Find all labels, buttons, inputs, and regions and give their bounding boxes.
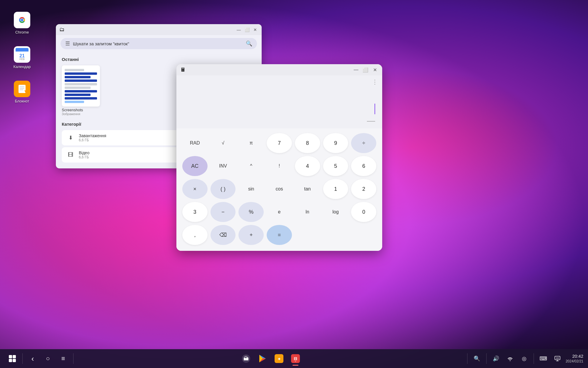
calc-btn-4[interactable]: 4	[295, 156, 320, 176]
taskbar-left: ‹ ○ ≡	[5, 351, 76, 366]
calc-btn-backspace[interactable]: ⌫	[211, 225, 236, 245]
calc-btn-ln[interactable]: ln	[295, 202, 320, 222]
calculator-titlebar: 🖩 — ⬜ ✕	[176, 64, 382, 75]
screenshots-thumbnail	[62, 65, 100, 107]
calc-btn-sqrt[interactable]: √	[211, 133, 236, 153]
taskbar-clock: 20:42 2024/02/21	[566, 353, 583, 364]
bar-1	[65, 69, 84, 71]
calc-btn-multiply[interactable]: ×	[182, 179, 208, 199]
wifi-icon	[507, 355, 513, 362]
calculator-result: —	[367, 116, 375, 125]
taskbar-right: 🔍 🔊 ◎ ⌨ 286 20:42 2024/02/21	[466, 353, 583, 364]
calc-btn-e[interactable]: e	[267, 202, 292, 222]
svg-text:✦: ✦	[277, 357, 281, 362]
notepad-app-icon	[14, 81, 30, 97]
bar-3	[65, 76, 91, 78]
calc-btn-rad[interactable]: RAD	[182, 133, 208, 153]
calc-btn-parens[interactable]: ( )	[211, 179, 236, 199]
taskbar-search-icon[interactable]: 🔍	[471, 353, 483, 364]
calc-btn-power[interactable]: ^	[238, 156, 264, 176]
screenshots-sublabel: Зображення	[62, 112, 100, 116]
calc-btn-5[interactable]: 5	[323, 156, 348, 176]
back-button[interactable]: ‹	[25, 351, 40, 366]
calc-btn-sin[interactable]: sin	[238, 179, 264, 199]
clock-date: 2024/02/21	[566, 359, 583, 364]
video-icon: 🎞	[66, 150, 75, 160]
calc-btn-7[interactable]: 7	[267, 133, 292, 153]
taskbar-app-calculator[interactable]: ⊟ ÷	[288, 351, 303, 366]
taskbar-divider-1	[22, 353, 23, 364]
svg-rect-13	[20, 89, 23, 90]
bar-5	[65, 83, 97, 85]
calc-btn-equals[interactable]: =	[267, 225, 292, 245]
close-button[interactable]: ✕	[252, 27, 258, 33]
thumbnail-content	[62, 65, 100, 107]
calc-btn-1[interactable]: 1	[323, 179, 348, 199]
chrome-icon-label: Chrome	[15, 30, 29, 34]
taskbar-app-photos[interactable]: 🏔	[238, 351, 254, 366]
minimize-button[interactable]: —	[236, 27, 242, 33]
search-input[interactable]: Шукати за запитом "квиток"	[73, 41, 243, 46]
calc-btn-8[interactable]: 8	[295, 133, 320, 153]
taskbar-app-canary[interactable]: ✦	[271, 351, 287, 366]
calc-btn-ac[interactable]: AC	[182, 156, 208, 176]
taskbar-app-playstore[interactable]	[255, 351, 270, 366]
taskbar-separator	[467, 353, 467, 364]
desktop-icon-calendar[interactable]: 21 FEB Календар	[9, 46, 35, 69]
taskbar-keyboard-icon[interactable]: ⌨	[537, 353, 549, 364]
recent-item-screenshots[interactable]: Screenshots Зображення	[62, 65, 100, 116]
svg-text:FEB: FEB	[19, 58, 25, 61]
calendar-icon-label: Календар	[14, 64, 31, 69]
calc-btn-2[interactable]: 2	[351, 179, 376, 199]
file-manager-icon: 🗂	[59, 26, 65, 33]
calculator-window: 🖩 — ⬜ ✕ ⋮ — RAD √ π 7 8 9 ÷ AC INV ^ ! 4…	[176, 64, 382, 251]
hamburger-icon[interactable]: ☰	[65, 40, 70, 47]
svg-rect-6	[16, 50, 29, 52]
desktop-icon-notepad[interactable]: Блокнот	[9, 81, 35, 103]
taskbar-location-icon[interactable]: ◎	[518, 353, 530, 364]
calc-btn-9[interactable]: 9	[323, 133, 348, 153]
calc-btn-tan[interactable]: tan	[295, 179, 320, 199]
menu-taskbar-button[interactable]: ≡	[56, 351, 71, 366]
calc-btn-plus[interactable]: +	[238, 225, 264, 245]
calc-btn-divide[interactable]: ÷	[351, 133, 376, 153]
calc-btn-comma[interactable]: ，	[182, 225, 208, 245]
maximize-button[interactable]: ⬜	[244, 27, 250, 33]
calc-maximize-button[interactable]: ⬜	[362, 67, 369, 73]
calc-btn-percent[interactable]: %	[238, 202, 264, 222]
calc-btn-3[interactable]: 3	[182, 202, 208, 222]
start-grid-icon	[9, 355, 16, 362]
calc-btn-inv[interactable]: INV	[211, 156, 236, 176]
taskbar-volume-icon[interactable]: 🔊	[490, 353, 502, 364]
calc-title-left: 🖩	[181, 67, 186, 73]
taskbar: ‹ ○ ≡ 🏔 ✦	[0, 349, 588, 368]
calculator-more-icon[interactable]: ⋮	[372, 78, 378, 85]
search-icon[interactable]: 🔍	[246, 40, 252, 47]
desktop-icon-chrome[interactable]: Chrome	[9, 12, 35, 34]
svg-text:286: 286	[556, 357, 559, 359]
calc-btn-log[interactable]: log	[323, 202, 348, 222]
search-taskbar-button[interactable]: ○	[40, 351, 56, 366]
start-button[interactable]	[5, 351, 20, 366]
taskbar-wifi-icon[interactable]	[504, 353, 516, 364]
taskbar-display-icon[interactable]: 286	[552, 353, 563, 364]
file-manager-titlebar: 🗂 — ⬜ ✕	[56, 24, 262, 35]
svg-rect-12	[20, 88, 24, 89]
taskbar-apps: 🏔 ✦ ⊟ ÷	[76, 351, 466, 366]
notepad-icon-label: Блокнот	[15, 99, 29, 103]
calc-btn-cos[interactable]: cos	[267, 179, 292, 199]
calc-btn-pi[interactable]: π	[238, 133, 264, 153]
desktop-icon-area: Chrome 21 FEB Календар	[9, 12, 35, 103]
svg-rect-11	[20, 87, 24, 87]
calc-minimize-button[interactable]: —	[353, 67, 359, 73]
calc-btn-6[interactable]: 6	[351, 156, 376, 176]
downloads-icon: ⬇	[66, 133, 75, 142]
calc-btn-minus[interactable]: −	[211, 202, 236, 222]
svg-point-3	[21, 19, 24, 21]
file-manager-search-bar[interactable]: ☰ Шукати за запитом "квиток" 🔍	[61, 38, 257, 49]
svg-point-27	[510, 360, 510, 361]
calc-btn-factorial[interactable]: !	[267, 156, 292, 176]
calc-btn-0[interactable]: 0	[351, 202, 376, 222]
calc-close-button[interactable]: ✕	[372, 67, 378, 73]
calculator-display: ⋮ —	[176, 75, 382, 128]
